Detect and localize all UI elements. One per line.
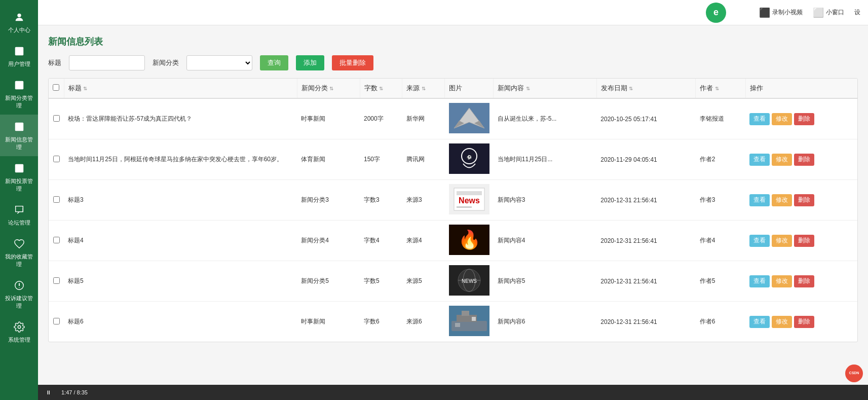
sidebar-item-news-vote[interactable]: 新闻投票管理: [0, 156, 38, 198]
svg-text:🔥: 🔥: [458, 229, 480, 250]
edit-button[interactable]: 修改: [772, 113, 792, 125]
progress-info: 1:47 / 8:35: [61, 389, 88, 395]
news-table: 标题 ⇅ 新闻分类 ⇅ 字数 ⇅ 来源 ⇅ 图片 新闻内容 ⇅ 发布日期 ⇅ 作…: [49, 79, 857, 342]
row-content: 新闻内容5: [494, 261, 597, 302]
search-button[interactable]: 查询: [260, 55, 288, 70]
sidebar-item-user-management[interactable]: 用户管理: [0, 39, 38, 73]
table-row: 校场：雷达屏障能否让苏-57成为真正四代机？ 时事新闻 2000字 新华网 自从…: [49, 98, 857, 139]
select-all-checkbox[interactable]: [53, 84, 59, 91]
row-title: 当地时间11月25日，阿根廷传奇球星马拉多纳在家中突发心梗去世，享年60岁。: [64, 139, 297, 180]
row-checkbox[interactable]: [53, 318, 60, 324]
header-title[interactable]: 标题 ⇅: [64, 79, 297, 98]
sidebar-item-label: 投诉建议管理: [3, 295, 35, 310]
row-image: ⚽: [445, 139, 494, 180]
row-actions: 查看 修改 删除: [745, 139, 857, 180]
batch-delete-button[interactable]: 批量删除: [332, 55, 373, 70]
edit-button[interactable]: 修改: [772, 235, 792, 247]
settings-button[interactable]: 设: [854, 8, 860, 17]
row-category: 时事新闻: [297, 302, 360, 342]
delete-button[interactable]: 删除: [794, 316, 814, 328]
edit-button[interactable]: 修改: [772, 275, 792, 287]
sidebar-item-label: 论坛管理: [8, 219, 30, 227]
filter-bar: 标题 新闻分类 查询 添加 批量删除: [48, 55, 858, 70]
sidebar-item-label: 个人中心: [8, 26, 30, 34]
row-checkbox[interactable]: [53, 115, 60, 122]
row-author: 作者2: [696, 139, 745, 180]
row-content: 当地时间11月25日...: [494, 139, 597, 180]
svg-rect-12: [457, 191, 482, 195]
header-content[interactable]: 新闻内容 ⇅: [494, 79, 597, 98]
table-row: 标题3 新闻分类3 字数3 来源3 News 新闻内容3 2020-12-31 …: [49, 180, 857, 221]
header-author[interactable]: 作者 ⇅: [696, 79, 745, 98]
header-source[interactable]: 来源 ⇅: [402, 79, 445, 98]
sidebar-item-favorites[interactable]: 我的收藏管理: [0, 232, 38, 273]
suggestions-icon: [12, 278, 26, 293]
row-image: [445, 98, 494, 139]
add-button[interactable]: 添加: [296, 55, 324, 70]
header-image: 图片: [445, 79, 494, 98]
delete-button[interactable]: 删除: [794, 235, 814, 247]
news-info-icon: [12, 120, 26, 134]
row-category: 体育新闻: [297, 139, 360, 180]
row-category: 时事新闻: [297, 98, 360, 139]
sidebar-item-personal-center[interactable]: 个人中心: [0, 5, 38, 39]
row-content: 新闻内容6: [494, 302, 597, 342]
delete-button[interactable]: 删除: [794, 194, 814, 206]
sidebar-item-news-category[interactable]: 新闻分类管理: [0, 73, 38, 115]
row-actions: 查看 修改 删除: [745, 180, 857, 221]
header-checkbox-cell: [49, 79, 64, 98]
view-button[interactable]: 查看: [749, 154, 770, 166]
row-words: 字数3: [360, 180, 402, 221]
pause-icon[interactable]: ⏸: [46, 389, 51, 395]
row-checkbox[interactable]: [53, 277, 60, 284]
view-button[interactable]: 查看: [749, 316, 770, 328]
row-date: 2020-11-29 04:05:41: [596, 139, 696, 180]
row-checkbox-cell: [49, 221, 64, 261]
sidebar-item-suggestions[interactable]: 投诉建议管理: [0, 273, 38, 315]
row-author: 作者5: [696, 261, 745, 302]
table-row: 标题6 时事新闻 字数6 来源6 新闻内容6 2020-12-31 21:56:…: [49, 302, 857, 342]
category-filter-select[interactable]: [186, 55, 252, 70]
row-actions: 查看 修改 删除: [745, 98, 857, 139]
sidebar-item-system[interactable]: 系统管理: [0, 315, 38, 349]
page-title: 新闻信息列表: [48, 35, 858, 48]
delete-button[interactable]: 删除: [794, 154, 814, 166]
sidebar-item-label: 用户管理: [8, 60, 30, 68]
sidebar-item-label: 系统管理: [8, 336, 30, 344]
delete-button[interactable]: 删除: [794, 113, 814, 125]
svg-text:NEWS: NEWS: [462, 278, 477, 284]
view-button[interactable]: 查看: [749, 113, 770, 125]
header-category[interactable]: 新闻分类 ⇅: [297, 79, 360, 98]
header-date[interactable]: 发布日期 ⇅: [596, 79, 696, 98]
delete-button[interactable]: 删除: [794, 275, 814, 287]
edit-button[interactable]: 修改: [772, 154, 792, 166]
row-checkbox[interactable]: [53, 196, 60, 203]
edit-button[interactable]: 修改: [772, 194, 792, 206]
row-checkbox[interactable]: [53, 156, 60, 162]
sidebar-item-forum[interactable]: 论坛管理: [0, 198, 38, 232]
sidebar-item-news-info[interactable]: 新闻信息管理: [0, 115, 38, 156]
row-words: 2000字: [360, 98, 402, 139]
record-video-button[interactable]: ⬛ 录制小视频: [759, 7, 803, 18]
row-checkbox[interactable]: [53, 237, 60, 243]
row-date: 2020-10-25 05:17:41: [596, 98, 696, 139]
news-table-container: 标题 ⇅ 新闻分类 ⇅ 字数 ⇅ 来源 ⇅ 图片 新闻内容 ⇅ 发布日期 ⇅ 作…: [48, 78, 858, 342]
title-filter-label: 标题: [48, 58, 61, 67]
view-button[interactable]: 查看: [749, 235, 770, 247]
forum-icon: [12, 203, 26, 217]
header-words[interactable]: 字数 ⇅: [360, 79, 402, 98]
header-actions: 操作: [745, 79, 857, 98]
view-button[interactable]: 查看: [749, 194, 770, 206]
sidebar-item-label: 新闻信息管理: [3, 136, 35, 151]
row-content: 自从诞生以来，苏-5...: [494, 98, 597, 139]
svg-text:News: News: [459, 196, 480, 205]
title-filter-input[interactable]: [69, 55, 145, 70]
view-button[interactable]: 查看: [749, 275, 770, 287]
sidebar-item-label: 新闻投票管理: [3, 177, 35, 193]
edit-button[interactable]: 修改: [772, 316, 792, 328]
csdn-badge: CSDN: [845, 365, 863, 382]
window-icon: ⬜: [813, 7, 824, 18]
svg-point-0: [17, 14, 21, 17]
small-window-button[interactable]: ⬜ 小窗口: [813, 7, 844, 18]
settings-label: 设: [854, 8, 860, 17]
